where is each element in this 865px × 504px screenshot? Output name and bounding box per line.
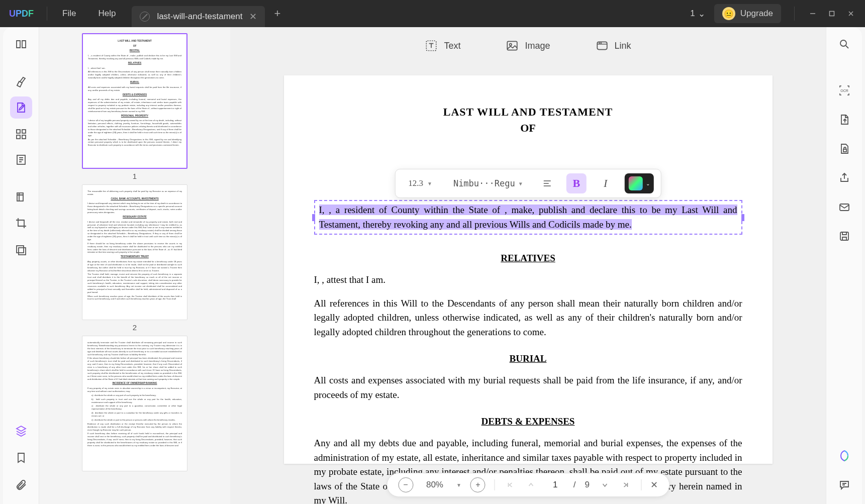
- window-minimize-button[interactable]: [808, 9, 818, 19]
- export-button[interactable]: [833, 109, 855, 131]
- tab-title: last-will-and-testament: [157, 12, 242, 22]
- app-logo: UPDF: [9, 9, 34, 19]
- page-total: 9: [585, 480, 590, 490]
- svg-line-22: [846, 46, 848, 48]
- thumbnail-page-1[interactable]: LAST WILL AND TESTAMENTOFRECITAL I, , a …: [82, 33, 187, 169]
- window-maximize-button[interactable]: [827, 9, 837, 19]
- thumbnail-panel[interactable]: LAST WILL AND TESTAMENTOFRECITAL I, , a …: [39, 27, 230, 504]
- ai-button[interactable]: [833, 445, 855, 467]
- format-toolbar: 12.3 ▼ Nimbu···Regu ▼ B I ⌄: [395, 169, 661, 198]
- thumbnail-page-3[interactable]: automatically terminate and the Trustee …: [82, 336, 187, 471]
- page-input[interactable]: [546, 480, 564, 490]
- relatives-p2[interactable]: All references in this Will to the Desce…: [314, 296, 742, 340]
- thumbnail-label-2: 2: [133, 323, 137, 332]
- redact-tool[interactable]: [10, 238, 32, 260]
- prev-page-button[interactable]: [525, 479, 537, 491]
- page-nav-bar: − 80% ▼ + / 9 ✕: [387, 473, 669, 497]
- relatives-heading: RELATIVES: [314, 253, 742, 264]
- chevron-down-icon: ▼: [427, 181, 432, 186]
- chevron-down-icon: ▼: [519, 181, 522, 186]
- form-tool[interactable]: [10, 149, 32, 171]
- share-button[interactable]: [833, 167, 855, 189]
- font-family-select[interactable]: Nimbu···Regu ▼: [447, 175, 528, 191]
- align-button[interactable]: [537, 173, 557, 193]
- tab-close-icon[interactable]: ✕: [249, 11, 257, 22]
- color-swatch-icon: [629, 176, 643, 190]
- bookmark-tool[interactable]: [10, 447, 32, 469]
- next-page-button[interactable]: [599, 479, 611, 491]
- burial-heading: BURIAL: [314, 353, 742, 364]
- svg-rect-1: [830, 12, 834, 16]
- fill-sign-tool[interactable]: [10, 186, 32, 208]
- email-button[interactable]: [833, 196, 855, 218]
- text-tool-label: Text: [444, 41, 460, 51]
- close-nav-button[interactable]: ✕: [650, 479, 658, 490]
- window-close-button[interactable]: [846, 9, 856, 19]
- relatives-p1[interactable]: I, , attest that I am.: [314, 273, 742, 287]
- font-size-value: 12.3: [408, 178, 423, 188]
- link-tool[interactable]: Link: [596, 39, 631, 52]
- font-size-select[interactable]: 12.3 ▼: [402, 175, 438, 191]
- image-tool-label: Image: [525, 41, 550, 51]
- text-edit-selection[interactable]: I, , a resident of County within the Sta…: [314, 200, 742, 235]
- svg-rect-15: [597, 42, 607, 49]
- svg-rect-10: [17, 246, 24, 253]
- svg-point-14: [510, 44, 512, 46]
- chevron-down-icon: ⌄: [646, 181, 650, 186]
- svg-rect-6: [17, 135, 20, 139]
- last-page-button[interactable]: [620, 479, 632, 491]
- svg-point-17: [601, 43, 601, 43]
- reader-tool[interactable]: [10, 33, 32, 55]
- upgrade-button[interactable]: 😐 Upgrade: [714, 4, 781, 23]
- debts-heading: DEBTS & EXPENSES: [314, 416, 742, 427]
- svg-rect-13: [508, 41, 518, 50]
- text-color-select[interactable]: ⌄: [625, 173, 654, 193]
- save-button[interactable]: [833, 225, 855, 247]
- chevron-down-icon: ⌄: [698, 9, 705, 19]
- svg-rect-24: [843, 149, 846, 152]
- search-button[interactable]: [833, 33, 855, 55]
- crop-tool[interactable]: [10, 212, 32, 234]
- italic-button[interactable]: I: [596, 173, 616, 193]
- ocr-button[interactable]: OCR: [833, 79, 855, 102]
- first-page-button[interactable]: [504, 479, 516, 491]
- doc-title: LAST WILL AND TESTAMENT: [314, 106, 742, 119]
- zoom-out-button[interactable]: −: [398, 477, 413, 492]
- zoom-value: 80%: [422, 480, 447, 490]
- document-tab[interactable]: last-will-and-testament ✕: [132, 6, 265, 27]
- organize-tool[interactable]: [10, 123, 32, 145]
- attachments-tool[interactable]: [10, 474, 32, 496]
- zoom-dropdown[interactable]: ▼: [456, 482, 461, 488]
- thumbnail-page-2[interactable]: The reasonable fee of delivering such pr…: [82, 184, 187, 320]
- thumbnail-label-1: 1: [133, 172, 137, 180]
- open-docs-count[interactable]: 1 ⌄: [690, 9, 705, 19]
- separator: [495, 479, 495, 490]
- font-name-value: Nimbu···Regu: [453, 178, 515, 188]
- new-tab-button[interactable]: +: [274, 7, 280, 20]
- highlight-tool[interactable]: [10, 70, 32, 92]
- selected-text[interactable]: I, , a resident of County within the Sta…: [319, 205, 737, 230]
- avatar-icon: 😐: [722, 7, 735, 20]
- edit-tool[interactable]: [10, 96, 32, 119]
- layers-tool[interactable]: [10, 420, 32, 442]
- svg-rect-11: [19, 248, 26, 255]
- zoom-in-button[interactable]: +: [470, 477, 486, 492]
- separator: [794, 7, 795, 21]
- burial-p[interactable]: All costs and expenses associated with m…: [314, 373, 742, 402]
- svg-rect-26: [840, 232, 848, 240]
- text-tool[interactable]: Text: [425, 39, 460, 52]
- menu-help[interactable]: Help: [87, 0, 127, 27]
- svg-rect-4: [17, 130, 20, 133]
- document-page[interactable]: LAST WILL AND TESTAMENT OF 12.3 ▼ Nimbu·…: [284, 75, 773, 464]
- separator: [47, 7, 47, 21]
- menu-file[interactable]: File: [51, 0, 87, 27]
- separator: [641, 479, 641, 490]
- image-tool[interactable]: Image: [506, 39, 550, 52]
- bold-button[interactable]: B: [566, 173, 587, 193]
- svg-rect-9: [17, 193, 23, 201]
- svg-text:OCR: OCR: [840, 89, 848, 92]
- protect-button[interactable]: [833, 138, 855, 160]
- unsaved-icon: [140, 12, 150, 22]
- open-count-value: 1: [690, 9, 695, 19]
- comment-button[interactable]: [833, 474, 855, 496]
